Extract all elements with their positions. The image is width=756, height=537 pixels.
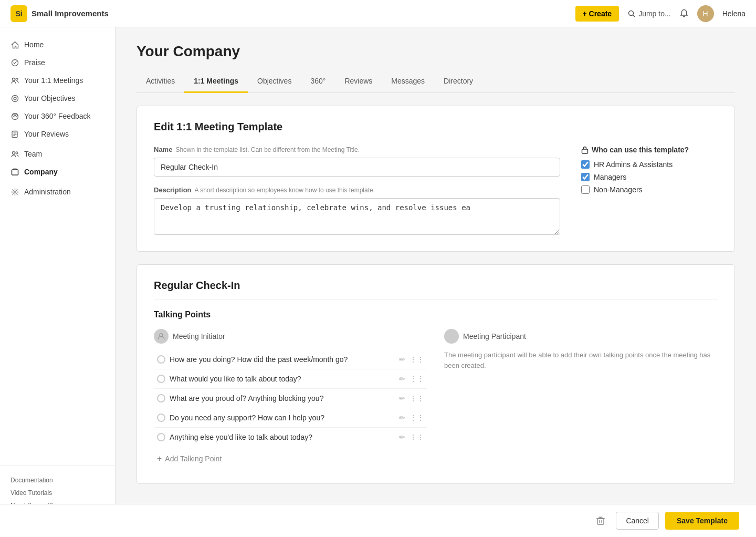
perm-non-managers-label: Non-Managers: [594, 185, 643, 194]
sidebar-item-administration[interactable]: Administration: [0, 183, 115, 201]
desc-label: DescriptionA short description so employ…: [154, 186, 560, 194]
tab-reviews[interactable]: Reviews: [335, 70, 382, 93]
edit-icon-3[interactable]: ✏: [399, 394, 405, 402]
svg-point-4: [16, 78, 18, 80]
name-input[interactable]: [154, 158, 560, 177]
svg-point-15: [16, 152, 18, 154]
edit-icon-1[interactable]: ✏: [399, 355, 405, 364]
sidebar-item-team[interactable]: Team: [0, 145, 115, 163]
name-field-group: NameShown in the template list. Can be d…: [154, 146, 560, 177]
sidebar-item-praise-label: Praise: [24, 58, 45, 67]
sidebar-item-praise[interactable]: Praise: [0, 54, 115, 71]
drag-icon-3[interactable]: ⋮⋮: [410, 394, 424, 402]
tab-activities[interactable]: Activities: [136, 70, 184, 93]
talking-points-cols: Meeting Initiator How are you doing? How…: [154, 329, 718, 469]
svg-rect-16: [12, 170, 18, 175]
nav-actions: Jump to... H Helena: [627, 5, 746, 22]
tp-text-1: How are you doing? How did the past week…: [170, 355, 395, 364]
edit-icon-5[interactable]: ✏: [399, 433, 405, 441]
sidebar-item-feedback[interactable]: Your 360° Feedback: [0, 107, 115, 125]
add-talking-point-button[interactable]: + Add Talking Point: [154, 449, 427, 469]
svg-point-9: [15, 114, 17, 116]
team-icon: [10, 150, 19, 158]
template-preview-card: Regular Check-In Talking Points Meeting …: [136, 264, 735, 484]
user-name: Helena: [722, 9, 746, 18]
sidebar-item-objectives-label: Your Objectives: [24, 94, 76, 102]
drag-icon-5[interactable]: ⋮⋮: [410, 433, 424, 441]
tab-meetings[interactable]: 1:1 Meetings: [184, 70, 248, 93]
participant-header: Meeting Participant: [444, 329, 718, 344]
svg-line-1: [633, 15, 635, 17]
trash-icon: [596, 516, 605, 525]
tab-360[interactable]: 360°: [301, 70, 335, 93]
perm-managers-checkbox[interactable]: [581, 173, 590, 181]
sidebar-item-team-label: Team: [24, 150, 42, 158]
perm-non-managers-checkbox[interactable]: [581, 185, 590, 194]
sidebar-item-home[interactable]: Home: [0, 36, 115, 54]
name-label: NameShown in the template list. Can be d…: [154, 146, 560, 153]
tp-checkbox-2: [157, 375, 165, 383]
drag-icon-4[interactable]: ⋮⋮: [410, 414, 424, 422]
jump-to-link[interactable]: Jump to...: [627, 9, 670, 18]
desc-field-group: DescriptionA short description so employ…: [154, 186, 560, 236]
footer-link-docs[interactable]: Documentation: [10, 474, 104, 487]
tp-checkbox-4: [157, 414, 165, 422]
user-avatar[interactable]: H: [697, 5, 714, 22]
drag-icon-2[interactable]: ⋮⋮: [410, 375, 424, 383]
perm-hr-label: HR Admins & Assistants: [594, 160, 673, 169]
tab-bar: Activities 1:1 Meetings Objectives 360° …: [136, 70, 735, 93]
footer-link-videos[interactable]: Video Tutorials: [10, 487, 104, 499]
initiator-header: Meeting Initiator: [154, 329, 427, 344]
app-logo[interactable]: Si Small Improvements: [10, 5, 109, 22]
edit-icon-2[interactable]: ✏: [399, 375, 405, 383]
cancel-button[interactable]: Cancel: [616, 512, 659, 530]
tab-directory[interactable]: Directory: [434, 70, 482, 93]
tp-text-5: Anything else you'd like to talk about t…: [170, 433, 395, 441]
permissions-title: Who can use this template?: [581, 146, 718, 154]
participant-label: Meeting Participant: [463, 332, 526, 340]
edit-form-fields: NameShown in the template list. Can be d…: [154, 146, 560, 236]
sidebar-item-meetings[interactable]: Your 1:1 Meetings: [0, 71, 115, 89]
table-row: What would you like to talk about today?…: [154, 369, 427, 389]
app-name: Small Improvements: [32, 9, 109, 18]
sidebar-item-reviews[interactable]: Your Reviews: [0, 125, 115, 143]
desc-textarea[interactable]: Develop a trusting relationship, celebra…: [154, 198, 560, 235]
tp-actions-5: ✏ ⋮⋮: [399, 433, 424, 441]
perm-hr-checkbox[interactable]: [581, 160, 590, 169]
tp-checkbox-5: [157, 433, 165, 441]
tp-checkbox-3: [157, 394, 165, 402]
main-content: Your Company Activities 1:1 Meetings Obj…: [116, 27, 756, 537]
delete-button[interactable]: [592, 512, 610, 530]
search-icon: [627, 9, 636, 18]
notifications-bell[interactable]: [679, 9, 689, 18]
objectives-icon: [10, 94, 19, 102]
reviews-icon: [10, 130, 19, 138]
admin-icon: [10, 188, 19, 196]
sidebar-item-feedback-label: Your 360° Feedback: [24, 112, 91, 120]
save-template-button[interactable]: Save Template: [665, 512, 739, 530]
svg-rect-21: [597, 519, 604, 524]
initiator-label: Meeting Initiator: [173, 332, 225, 340]
table-row: Anything else you'd like to talk about t…: [154, 428, 427, 447]
table-row: How are you doing? How did the past week…: [154, 350, 427, 369]
sidebar-item-objectives[interactable]: Your Objectives: [0, 89, 115, 107]
tab-objectives[interactable]: Objectives: [248, 70, 301, 93]
sidebar-item-reviews-label: Your Reviews: [24, 130, 69, 138]
create-button[interactable]: + Create: [575, 6, 620, 22]
initiator-col: Meeting Initiator How are you doing? How…: [154, 329, 427, 469]
tab-messages[interactable]: Messages: [382, 70, 434, 93]
drag-icon-1[interactable]: ⋮⋮: [410, 355, 424, 364]
jump-to-label: Jump to...: [638, 9, 670, 18]
tp-checkbox-1: [157, 355, 165, 364]
tp-text-4: Do you need any support? How can I help …: [170, 414, 395, 422]
perm-non-managers: Non-Managers: [581, 185, 718, 194]
edit-icon-4[interactable]: ✏: [399, 414, 405, 422]
tp-text-3: What are you proud of? Anything blocking…: [170, 394, 395, 402]
bell-icon: [679, 9, 689, 18]
top-nav: Si Small Improvements + Create Jump to..…: [0, 0, 756, 27]
svg-point-14: [12, 151, 15, 154]
lock-icon: [581, 146, 589, 154]
sidebar-item-company[interactable]: Company: [0, 163, 115, 181]
sidebar-item-meetings-label: Your 1:1 Meetings: [24, 76, 83, 85]
svg-point-17: [14, 191, 16, 193]
